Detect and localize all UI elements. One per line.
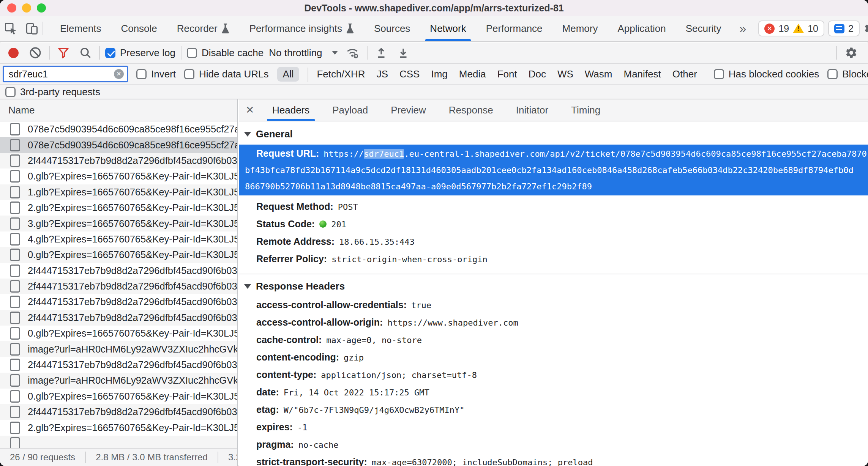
request-row[interactable]: 2f444715317eb7b9d8d2a7296dfbf45acd90f6b0… <box>0 263 237 279</box>
panel-tab[interactable]: Security <box>676 16 731 41</box>
blocked-requests-checkbox[interactable] <box>827 69 838 79</box>
response-headers-section-header[interactable]: Response Headers <box>239 274 868 297</box>
general-row[interactable]: Remote Address:18.66.15.35:443 <box>239 233 868 251</box>
resource-type-filter[interactable]: Manifest <box>624 68 661 80</box>
clear-network-log-button[interactable] <box>27 44 44 61</box>
request-row[interactable]: 0.glb?Expires=1665760765&Key-Pair-Id=K30… <box>0 326 237 341</box>
throttling-select[interactable]: No throttling <box>269 47 338 59</box>
panel-tab[interactable]: Performance <box>476 16 552 41</box>
panel-tab[interactable]: Application <box>608 16 675 41</box>
disable-cache-toggle[interactable]: Disable cache <box>187 47 264 59</box>
panel-tab[interactable]: Performance insights <box>240 16 364 41</box>
preserve-log-checkbox[interactable] <box>105 48 115 58</box>
resource-type-filter[interactable]: Wasm <box>585 68 612 80</box>
request-row[interactable]: image?url=aHR0cHM6Ly92aWV3ZXIuc2hhcGVka.… <box>0 341 237 357</box>
panel-tab[interactable]: Elements <box>50 16 111 41</box>
search-button[interactable] <box>77 44 94 61</box>
panel-tab[interactable]: Recorder <box>167 16 240 41</box>
request-row[interactable] <box>0 436 237 448</box>
detail-tab[interactable]: Response <box>437 99 505 121</box>
detail-tab[interactable]: Headers <box>261 99 321 121</box>
response-header-row[interactable]: access-control-allow-origin:https://www.… <box>239 314 868 332</box>
resource-type-filter[interactable]: All <box>277 67 300 82</box>
clear-filter-icon[interactable]: ✕ <box>114 69 124 79</box>
third-party-toggle[interactable]: 3rd-party requests <box>5 86 100 98</box>
response-header-row[interactable]: expires:-1 <box>239 419 868 436</box>
request-row[interactable]: image?url=aHR0cHM6Ly92aWV3ZXIuc2hhcGVka.… <box>0 373 237 388</box>
close-window-button[interactable] <box>7 3 16 13</box>
settings-button[interactable] <box>860 18 868 39</box>
request-row[interactable]: 2f444715317eb7b9d8d2a7296dfbf45acd90f6b0… <box>0 310 237 326</box>
console-errors-warnings-badge[interactable]: ✕ 19 10 <box>758 20 824 36</box>
response-header-row[interactable]: pragma:no-cache <box>239 436 868 454</box>
filter-toggle-button[interactable] <box>55 44 72 61</box>
detail-tab[interactable]: Initiator <box>505 99 560 121</box>
request-row[interactable]: 2f444715317eb7b9d8d2a7296dfbf45acd90f6b0… <box>0 357 237 373</box>
zoom-window-button[interactable] <box>37 3 46 13</box>
response-header-row[interactable]: strict-transport-security:max-age=630720… <box>239 454 868 466</box>
response-header-row[interactable]: content-encoding:gzip <box>239 349 868 367</box>
general-row[interactable]: Status Code:201 <box>239 216 868 233</box>
detail-tab[interactable]: Timing <box>560 99 612 121</box>
general-row[interactable]: Request Method:POST <box>239 198 868 216</box>
panel-tab[interactable]: Console <box>111 16 167 41</box>
network-conditions-button[interactable] <box>343 44 361 61</box>
request-row[interactable]: 1.glb?Expires=1665760765&Key-Pair-Id=K30… <box>0 184 237 200</box>
name-column-header[interactable]: Name <box>0 99 237 121</box>
network-settings-button[interactable] <box>843 44 860 61</box>
issues-badge[interactable]: 2 <box>828 20 860 36</box>
request-row[interactable]: 2f444715317eb7b9d8d2a7296dfbf45acd90f6b0… <box>0 153 237 168</box>
resource-type-filter[interactable]: JS <box>377 68 388 80</box>
request-row[interactable]: 2.glb?Expires=1665760765&Key-Pair-Id=K30… <box>0 420 237 435</box>
close-detail-button[interactable]: ✕ <box>239 99 261 121</box>
request-row[interactable]: 2f444715317eb7b9d8d2a7296dfbf45acd90f6b0… <box>0 279 237 294</box>
third-party-checkbox[interactable] <box>5 87 16 97</box>
panel-tab[interactable]: Memory <box>552 16 608 41</box>
more-tabs-button[interactable]: » <box>731 22 755 36</box>
panel-tab[interactable]: Sources <box>364 16 420 41</box>
request-row[interactable]: 0.glb?Expires=1665760765&Key-Pair-Id=K30… <box>0 247 237 263</box>
device-toolbar-button[interactable] <box>21 18 43 39</box>
request-row[interactable]: 078e7c5d903954d6c609ca85ce98f16ce955cf27… <box>0 137 237 153</box>
resource-type-filter[interactable]: CSS <box>399 68 420 80</box>
disable-cache-checkbox[interactable] <box>187 48 197 58</box>
import-har-button[interactable] <box>373 44 390 61</box>
request-row[interactable]: 4.glb?Expires=1665760765&Key-Pair-Id=K30… <box>0 231 237 247</box>
request-row[interactable]: 2f444715317eb7b9d8d2a7296dfbf45acd90f6b0… <box>0 404 237 420</box>
response-header-row[interactable]: etag:W/"6b7c-7Fl3N9qG9/j4g6XOcwB2y6TMInY… <box>239 401 868 419</box>
export-har-button[interactable] <box>395 44 412 61</box>
record-network-log-button[interactable] <box>8 48 19 58</box>
response-header-row[interactable]: date:Fri, 14 Oct 2022 15:17:25 GMT <box>239 384 868 401</box>
resource-type-filter[interactable]: WS <box>557 68 573 80</box>
general-section-header[interactable]: General <box>239 122 868 145</box>
general-row[interactable]: Referrer Policy:strict-origin-when-cross… <box>239 251 868 268</box>
request-row[interactable]: 2f444715317eb7b9d8d2a7296dfbf45acd90f6b0… <box>0 294 237 310</box>
resource-type-filter[interactable]: Fetch/XHR <box>317 68 365 80</box>
request-url-selected-block[interactable]: Request URL:https://sdr7euc1.eu-central-… <box>239 145 868 195</box>
request-row[interactable]: 0.glb?Expires=1665760765&Key-Pair-Id=K30… <box>0 389 237 404</box>
filter-input[interactable] <box>4 69 106 80</box>
response-header-row[interactable]: content-type:application/json; charset=u… <box>239 367 868 384</box>
request-row[interactable]: 2.glb?Expires=1665760765&Key-Pair-Id=K30… <box>0 200 237 216</box>
invert-toggle[interactable]: Invert <box>136 68 176 80</box>
resource-type-filter[interactable]: Img <box>431 68 447 80</box>
response-header-row[interactable]: cache-control:max-age=0, no-store <box>239 332 868 349</box>
resource-type-filter[interactable]: Doc <box>529 68 546 80</box>
inspect-element-button[interactable] <box>0 18 21 39</box>
has-blocked-cookies-toggle[interactable]: Has blocked cookies <box>714 68 819 80</box>
detail-tab[interactable]: Payload <box>321 99 379 121</box>
resource-type-filter[interactable]: Media <box>459 68 486 80</box>
resource-type-filter[interactable]: Font <box>497 68 517 80</box>
minimize-window-button[interactable] <box>22 3 31 13</box>
detail-tab[interactable]: Preview <box>379 99 437 121</box>
resource-type-filter[interactable]: Other <box>672 68 697 80</box>
request-row[interactable]: 078e7c5d903954d6c609ca85ce98f16ce955cf27… <box>0 121 237 137</box>
request-row[interactable]: 0.glb?Expires=1665760765&Key-Pair-Id=K30… <box>0 168 237 184</box>
response-header-row[interactable]: access-control-allow-credentials:true <box>239 297 868 314</box>
panel-tab[interactable]: Network <box>420 16 476 41</box>
hide-data-urls-toggle[interactable]: Hide data URLs <box>184 68 269 80</box>
hide-data-urls-checkbox[interactable] <box>184 69 194 79</box>
preserve-log-toggle[interactable]: Preserve log <box>105 47 175 59</box>
invert-checkbox[interactable] <box>136 69 147 79</box>
has-blocked-cookies-checkbox[interactable] <box>714 69 724 79</box>
